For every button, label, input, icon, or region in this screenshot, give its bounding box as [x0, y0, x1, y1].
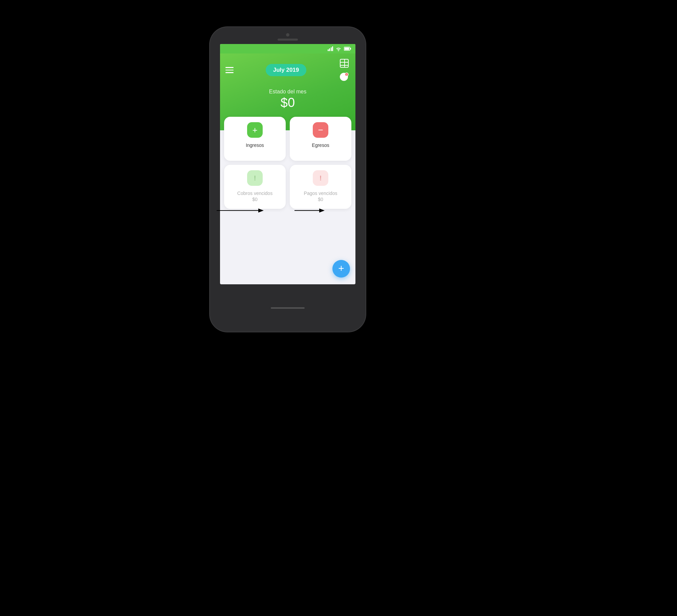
- ingresos-card[interactable]: + Ingresos: [224, 117, 286, 161]
- screen: July 2019: [220, 44, 355, 284]
- speaker: [278, 39, 298, 41]
- menu-button[interactable]: [225, 67, 234, 73]
- header-icons: $ !: [338, 58, 350, 83]
- pagos-icon: !: [313, 170, 328, 186]
- status-bar: [220, 44, 355, 53]
- table-icon: [340, 59, 349, 68]
- egresos-icon[interactable]: −: [313, 122, 328, 138]
- cobros-amount: $0: [252, 197, 258, 202]
- dollar-alert-button[interactable]: $ !: [338, 71, 350, 83]
- pagos-vencidos-card[interactable]: ! Pagos vencidos $0: [290, 165, 351, 209]
- egresos-card[interactable]: − Egresos: [290, 117, 351, 161]
- estado-label: Estado del mes: [225, 89, 350, 95]
- camera: [286, 33, 289, 37]
- scene: July 2019: [0, 0, 677, 616]
- cobros-icon: !: [247, 170, 263, 186]
- fab-plus-icon: +: [338, 263, 344, 273]
- battery-icon: [344, 47, 351, 51]
- svg-rect-1: [350, 48, 351, 50]
- dollar-alert-icon: $ !: [340, 72, 349, 82]
- pagos-label: Pagos vencidos: [304, 191, 337, 196]
- ingresos-icon[interactable]: +: [247, 122, 263, 138]
- svg-text:!: !: [346, 73, 347, 76]
- pagos-amount: $0: [318, 197, 323, 202]
- phone-bottom: [271, 284, 305, 332]
- cobros-vencidos-card[interactable]: ! Cobros vencidos $0: [224, 165, 286, 209]
- fab-add-button[interactable]: +: [332, 260, 350, 278]
- cards-area: + Ingresos − Egresos ! Cobros vencidos $…: [220, 117, 355, 209]
- month-badge[interactable]: July 2019: [266, 64, 307, 76]
- phone-shell: July 2019: [210, 27, 366, 332]
- svg-rect-2: [345, 48, 349, 50]
- ingresos-label: Ingresos: [246, 142, 264, 148]
- wifi-icon: [336, 47, 341, 51]
- estado-amount: $0: [225, 95, 350, 110]
- signal-icon: [328, 46, 333, 51]
- egresos-label: Egresos: [312, 142, 329, 148]
- table-button[interactable]: [338, 58, 350, 69]
- cobros-label: Cobros vencidos: [237, 191, 272, 196]
- home-indicator: [271, 307, 305, 309]
